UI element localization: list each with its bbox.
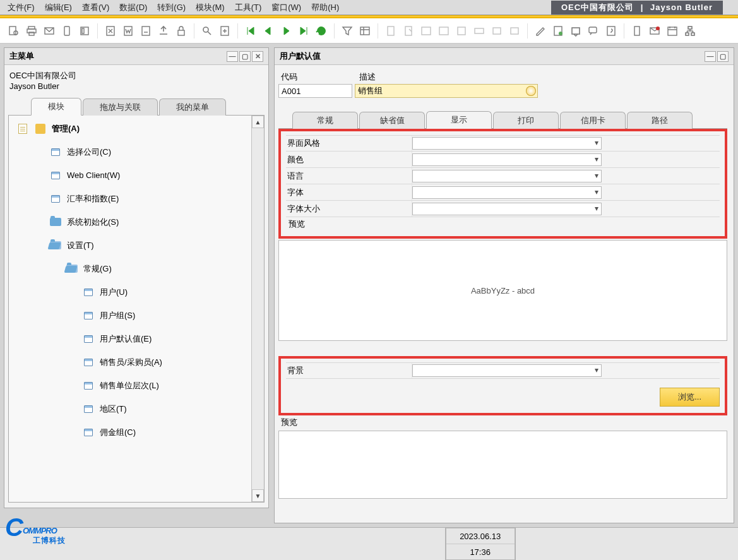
tb-next-icon[interactable] — [278, 23, 294, 39]
menu-modules[interactable]: 模块(M) — [191, 1, 230, 15]
label-language: 语言 — [286, 168, 412, 184]
tb-target-icon[interactable] — [436, 23, 451, 39]
user-defaults-title: 用户默认值 — [280, 51, 321, 62]
tb-query-icon[interactable] — [604, 23, 619, 39]
tb-first-icon[interactable] — [243, 23, 258, 39]
browse-button[interactable]: 浏览... — [660, 388, 720, 407]
menu-file[interactable]: 文件(F) — [3, 1, 40, 15]
tb-pdf-icon[interactable] — [138, 23, 153, 39]
menu-tools[interactable]: 工具(T) — [230, 1, 267, 15]
tree-item-user-defaults[interactable]: 用户默认值(E) — [11, 327, 251, 350]
minimize-button[interactable]: — — [227, 51, 238, 62]
tb-branches-icon[interactable] — [682, 23, 698, 39]
tree-item-web-client[interactable]: Web Client(W) — [11, 164, 251, 187]
scroll-down-button[interactable]: ▼ — [252, 489, 264, 502]
commpro-logo: COMMPRO 工博科技 — [5, 511, 66, 546]
picker-icon[interactable] — [526, 86, 536, 96]
menu-edit[interactable]: 编辑(E) — [40, 1, 77, 15]
menu-data[interactable]: 数据(D) — [114, 1, 152, 15]
window-icon — [82, 381, 95, 391]
tree-item-sales-buyer[interactable]: 销售员/采购员(A) — [11, 350, 251, 374]
svg-point-31 — [656, 27, 660, 30]
subtab-path[interactable]: 路径 — [627, 112, 693, 129]
tab-my-menu[interactable]: 我的菜单 — [159, 98, 226, 116]
maximize-button[interactable]: ▢ — [239, 51, 251, 62]
svg-rect-33 — [688, 27, 692, 29]
tb-preview-icon[interactable] — [6, 23, 21, 39]
subtab-defaults[interactable]: 缺省值 — [359, 112, 425, 129]
tab-modules[interactable]: 模块 — [31, 98, 81, 116]
tree-item-sales-units[interactable]: 销售单位层次(L) — [11, 374, 251, 397]
minimize-button[interactable]: — — [705, 51, 716, 62]
subtab-general[interactable]: 常规 — [292, 112, 358, 129]
svg-rect-23 — [511, 28, 518, 34]
select-skin-style[interactable] — [412, 137, 602, 150]
tree-item-system-init[interactable]: 系统初始化(S) — [11, 210, 251, 234]
tree-item-territories[interactable]: 地区(T) — [11, 397, 251, 420]
tree-item-commission-groups[interactable]: 佣金组(C) — [11, 420, 251, 444]
scroll-up-button[interactable]: ▲ — [252, 116, 264, 128]
tb-volume-icon[interactable] — [489, 23, 504, 39]
tb-calendar-icon[interactable] — [665, 23, 680, 39]
tb-messages-icon[interactable] — [647, 23, 662, 39]
tb-doc2-icon[interactable] — [401, 23, 416, 39]
tb-lock-icon[interactable] — [174, 23, 189, 39]
tree-item-general[interactable]: 常规(G) — [11, 257, 251, 280]
toolbar — [0, 18, 738, 44]
tree-item-admin[interactable]: 管理(A) — [11, 117, 251, 140]
tb-mail-icon[interactable] — [42, 23, 57, 39]
description-field[interactable] — [355, 84, 538, 98]
select-language[interactable] — [412, 170, 602, 182]
tb-launch-icon[interactable] — [156, 23, 171, 39]
select-font[interactable] — [412, 186, 602, 199]
tb-payment-icon[interactable] — [472, 23, 487, 39]
tb-find-icon[interactable] — [199, 23, 215, 39]
user-defaults-title-bar: 用户默认值 — ▢ — [275, 48, 734, 65]
tree-item-exchange-rates[interactable]: 汇率和指数(E) — [11, 187, 251, 210]
select-font-size[interactable] — [412, 203, 602, 215]
menu-goto[interactable]: 转到(G) — [152, 1, 191, 15]
code-field[interactable] — [278, 84, 352, 98]
tb-fax-icon[interactable] — [77, 23, 92, 39]
tb-refresh-icon[interactable] — [314, 23, 329, 39]
close-button[interactable]: ✕ — [252, 51, 263, 62]
tb-layout-icon[interactable] — [533, 23, 548, 39]
tab-drag-drop[interactable]: 拖放与关联 — [83, 98, 158, 116]
subtab-display[interactable]: 显示 — [426, 111, 492, 129]
menu-window[interactable]: 窗口(W) — [266, 1, 306, 15]
tb-add-icon[interactable] — [217, 23, 232, 39]
tb-print-icon[interactable] — [24, 23, 39, 39]
tree-item-users[interactable]: 用户(U) — [11, 280, 251, 304]
tb-journal-icon[interactable] — [454, 23, 469, 39]
tb-translate-icon[interactable] — [586, 23, 601, 39]
tb-sort-icon[interactable] — [357, 23, 372, 39]
tree-item-choose-company[interactable]: 选择公司(C) — [11, 140, 251, 164]
title-bar: OEC中国有限公司 | Jayson Butler — [551, 1, 723, 15]
tree-item-user-groups[interactable]: 用户组(S) — [11, 304, 251, 327]
menu-view[interactable]: 查看(V) — [77, 1, 114, 15]
select-color[interactable] — [412, 153, 602, 166]
subtab-creditcard[interactable]: 信用卡 — [560, 112, 626, 129]
tree-item-setup[interactable]: 设置(T) — [11, 234, 251, 257]
subtabs: 常规 缺省值 显示 打印 信用卡 路径 — [278, 110, 727, 129]
maximize-button[interactable]: ▢ — [717, 51, 729, 62]
window-icon — [49, 170, 62, 181]
subtab-print[interactable]: 打印 — [493, 112, 559, 129]
tb-base-icon[interactable] — [419, 23, 434, 39]
status-bar: 2023.06.13 17:36 — [0, 527, 738, 560]
tb-doc1-icon[interactable] — [383, 23, 398, 39]
tb-gross-icon[interactable] — [507, 23, 522, 39]
tb-prev-icon[interactable] — [261, 23, 276, 39]
svg-rect-8 — [82, 28, 84, 33]
tb-sms-icon[interactable] — [59, 23, 74, 39]
menu-help[interactable]: 帮助(H) — [306, 1, 344, 15]
tree-scrollbar[interactable]: ▲ ▼ — [251, 116, 264, 502]
select-background[interactable] — [412, 364, 602, 377]
tb-word-icon[interactable] — [121, 23, 136, 39]
tb-excel-icon[interactable] — [103, 23, 118, 39]
tb-form-icon[interactable] — [551, 23, 566, 39]
tb-filter-icon[interactable] — [340, 23, 355, 39]
tb-context-icon[interactable] — [629, 23, 645, 39]
tb-last-icon[interactable] — [296, 23, 311, 39]
tb-udf-icon[interactable] — [568, 23, 583, 39]
